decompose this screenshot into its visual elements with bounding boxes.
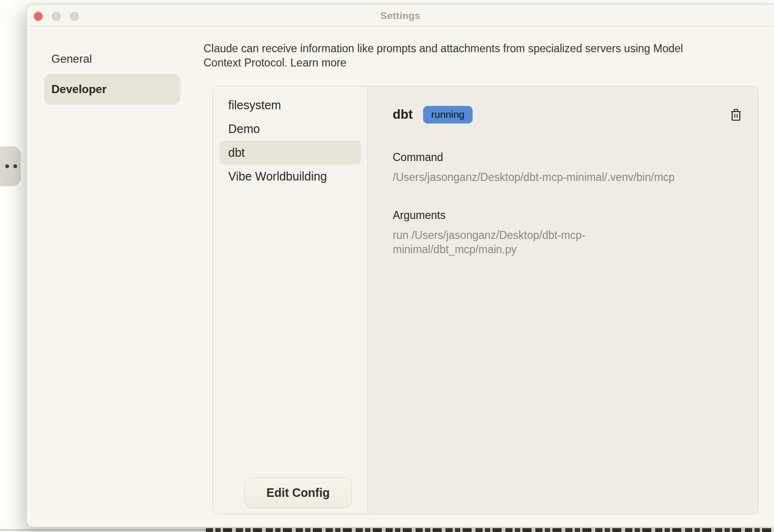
command-label: Command: [393, 151, 742, 164]
clipped-background-text: [206, 528, 774, 532]
overflow-menu-button[interactable]: [0, 146, 21, 186]
server-list-item-vibe-worldbuilding[interactable]: Vibe Worldbuilding: [220, 164, 361, 188]
server-list-item-filesystem[interactable]: filesystem: [220, 93, 361, 117]
arguments-label: Arguments: [393, 209, 742, 222]
server-detail-header: dbt running: [393, 106, 742, 124]
sidebar-item-label: Developer: [51, 83, 106, 96]
dot-icon: [13, 164, 17, 168]
description-text: Claude can receive information like prom…: [203, 42, 683, 69]
sidebar-item-developer[interactable]: Developer: [44, 74, 180, 104]
server-detail-name: dbt: [393, 107, 413, 122]
dot-icon: [5, 164, 9, 168]
trash-icon: [730, 108, 742, 122]
mcp-description: Claude can receive information like prom…: [203, 41, 717, 70]
arguments-value: run /Users/jasonganz/Desktop/dbt-mcp-min…: [393, 228, 687, 256]
settings-window: Settings General Developer Claude can re…: [26, 4, 774, 527]
command-value: /Users/jasonganz/Desktop/dbt-mcp-minimal…: [393, 170, 735, 184]
mcp-servers-panel: filesystem Demo dbt Vibe Worldbuilding E…: [213, 86, 759, 514]
server-list-item-dbt[interactable]: dbt: [220, 141, 361, 164]
edit-config-button[interactable]: Edit Config: [244, 477, 352, 508]
window-titlebar[interactable]: Settings: [27, 4, 774, 26]
window-title: Settings: [27, 10, 774, 21]
sidebar-item-label: General: [51, 52, 92, 66]
server-list: filesystem Demo dbt Vibe Worldbuilding E…: [213, 86, 368, 514]
window-bottom-shadow: [0, 529, 206, 531]
learn-more-link[interactable]: Learn more: [290, 57, 347, 69]
sidebar-item-general[interactable]: General: [44, 44, 180, 74]
server-list-item-demo[interactable]: Demo: [220, 117, 361, 141]
server-name-label: Demo: [228, 122, 260, 136]
delete-server-button[interactable]: [730, 108, 742, 122]
server-name-label: dbt: [228, 146, 245, 160]
status-badge: running: [423, 106, 473, 124]
server-name-label: Vibe Worldbuilding: [228, 170, 327, 183]
server-detail-pane: dbt running Command /Users/jasonganz/Des…: [368, 86, 758, 514]
server-name-label: filesystem: [228, 98, 281, 112]
